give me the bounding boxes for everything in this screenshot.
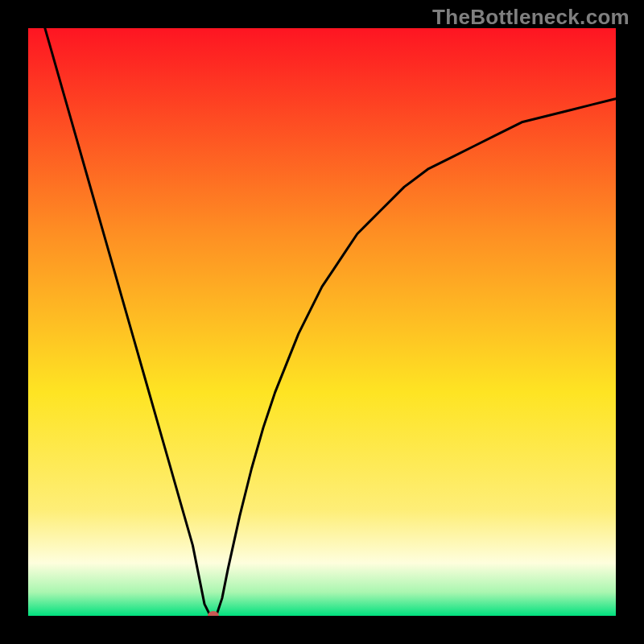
plot-area: [28, 28, 616, 616]
chart-frame: TheBottleneck.com: [0, 0, 644, 644]
gradient-background: [28, 28, 616, 616]
bottleneck-chart: [28, 28, 616, 616]
watermark-text: TheBottleneck.com: [432, 5, 630, 30]
